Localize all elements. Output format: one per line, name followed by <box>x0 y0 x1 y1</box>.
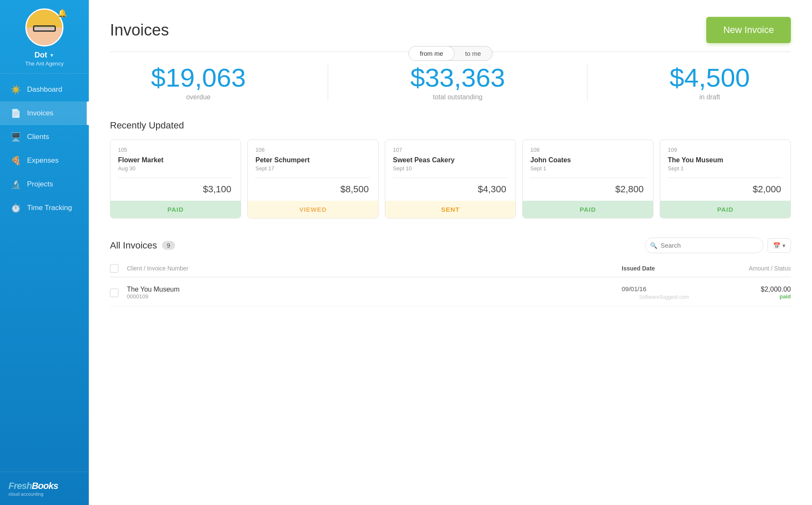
card-body-108: 108 John Coates Sept 1 $2,800 <box>523 140 653 201</box>
toggle-to-me[interactable]: to me <box>454 46 492 60</box>
sidebar-item-expenses[interactable]: 🍕 Expenses <box>0 149 89 172</box>
sidebar-nav: ☀️ Dashboard 📄 Invoices 🖥️ Clients 🍕 Exp… <box>0 78 89 472</box>
card-date-106: Sept 17 <box>255 165 370 172</box>
card-number-108: 108 <box>530 147 645 153</box>
card-status-109: PAID <box>660 201 790 218</box>
table-row[interactable]: The You Museum 0000109 09/01/16 Software… <box>110 279 791 306</box>
sidebar-item-label-projects: Projects <box>27 180 53 188</box>
search-icon: 🔍 <box>650 242 657 249</box>
card-number-106: 106 <box>255 147 370 153</box>
sidebar: 🔔 Dot ▼ The Ant Agency ☀️ Dashboard 📄 In… <box>0 0 89 505</box>
sidebar-item-label-invoices: Invoices <box>27 109 53 117</box>
row-checkbox-col <box>110 289 127 297</box>
row-date-col: 09/01/16 SoftwareSuggest.com <box>622 285 706 300</box>
dashboard-icon: ☀️ <box>10 85 21 95</box>
card-amount-109: $2,000 <box>668 184 783 195</box>
th-client-invoice: Client / Invoice Number <box>127 265 189 272</box>
projects-icon: 🔬 <box>10 179 21 189</box>
search-input-wrapper: 🔍 <box>645 237 763 253</box>
card-number-107: 107 <box>393 147 508 153</box>
stat-value-draft: $4,500 <box>669 65 750 91</box>
time-tracking-icon: ⏱️ <box>10 203 21 213</box>
main-header: Invoices New Invoice <box>110 17 791 43</box>
all-invoices-label: All Invoices <box>110 240 157 251</box>
card-status-107: SENT <box>385 201 516 218</box>
search-container: 🔍 📅 ▾ <box>645 237 791 253</box>
card-body-109: 109 The You Museum Sept 1 $2,000 <box>660 140 790 201</box>
card-date-108: Sept 1 <box>530 165 645 172</box>
bell-icon[interactable]: 🔔 <box>58 8 67 18</box>
toggle-section: from me to me <box>409 46 493 61</box>
invoice-card-105[interactable]: 105 Flower Market Aug 30 $3,100 PAID <box>110 139 241 218</box>
sidebar-item-projects[interactable]: 🔬 Projects <box>0 172 89 196</box>
col-client-header: Client / Invoice Number <box>127 265 622 272</box>
sidebar-top: 🔔 Dot ▼ The Ant Agency <box>0 0 89 74</box>
invoice-cards-row: 105 Flower Market Aug 30 $3,100 PAID 106… <box>110 139 791 218</box>
stat-label-overdue: overdue <box>151 93 246 101</box>
status-text: paid <box>706 293 791 300</box>
toggle-from-me[interactable]: from me <box>409 46 455 61</box>
avatar-face <box>27 8 62 46</box>
avatar-hair <box>27 8 62 27</box>
sidebar-item-dashboard[interactable]: ☀️ Dashboard <box>0 78 89 101</box>
card-amount-105: $3,100 <box>118 184 233 195</box>
invoice-card-107[interactable]: 107 Sweet Peas Cakery Sept 10 $4,300 SEN… <box>385 139 516 218</box>
client-name: The You Museum <box>127 286 622 293</box>
calendar-dropdown-arrow: ▾ <box>782 242 785 249</box>
issued-date: 09/01/16 <box>622 285 706 292</box>
all-invoices-title: All Invoices 9 <box>110 240 175 251</box>
stat-overdue: $19,063 overdue <box>151 65 246 101</box>
calendar-button[interactable]: 📅 ▾ <box>768 238 791 253</box>
card-date-107: Sept 10 <box>393 165 508 172</box>
card-client-107: Sweet Peas Cakery <box>393 156 508 164</box>
stat-value-total: $33,363 <box>410 65 505 91</box>
avatar-container: 🔔 <box>25 8 63 46</box>
calendar-icon: 📅 <box>773 242 780 249</box>
stat-value-overdue: $19,063 <box>151 65 246 91</box>
card-status-108: PAID <box>523 201 653 218</box>
toggle-pill: from me to me <box>409 46 493 61</box>
card-client-106: Peter Schumpert <box>255 156 370 164</box>
stat-total-outstanding: $33,363 total outstanding <box>410 65 505 101</box>
sidebar-item-label-dashboard: Dashboard <box>27 85 62 94</box>
stat-divider-2 <box>587 65 587 101</box>
stat-divider-1 <box>328 65 328 101</box>
card-body-107: 107 Sweet Peas Cakery Sept 10 $4,300 <box>385 140 516 201</box>
card-number-105: 105 <box>118 147 233 153</box>
sidebar-item-time-tracking[interactable]: ⏱️ Time Tracking <box>0 196 89 220</box>
card-number-109: 109 <box>668 147 783 153</box>
th-amount-status: Amount / Status <box>749 265 791 272</box>
row-checkbox[interactable] <box>110 289 118 297</box>
invoice-card-109[interactable]: 109 The You Museum Sept 1 $2,000 PAID <box>660 139 791 218</box>
main-content: Invoices New Invoice from me to me $19,0… <box>89 0 812 505</box>
invoice-card-108[interactable]: 108 John Coates Sept 1 $2,800 PAID <box>522 139 653 218</box>
freshbooks-brand: FreshBooks <box>8 480 80 491</box>
card-status-105: PAID <box>110 201 241 218</box>
card-date-105: Aug 30 <box>118 165 233 172</box>
freshbooks-sub: cloud accounting <box>8 491 80 497</box>
invoices-icon: 📄 <box>10 108 21 118</box>
stat-label-total: total outstanding <box>410 93 505 101</box>
stat-in-draft: $4,500 in draft <box>669 65 750 101</box>
sidebar-item-invoices[interactable]: 📄 Invoices <box>0 101 89 125</box>
avatar-glasses <box>33 25 56 32</box>
stat-label-draft: in draft <box>669 93 750 101</box>
sidebar-footer: FreshBooks cloud accounting <box>0 472 89 505</box>
sidebar-item-label-expenses: Expenses <box>27 156 59 165</box>
dropdown-arrow-icon[interactable]: ▼ <box>49 52 55 58</box>
new-invoice-button[interactable]: New Invoice <box>706 17 791 43</box>
card-body-106: 106 Peter Schumpert Sept 17 $8,500 <box>248 140 378 201</box>
sidebar-item-clients[interactable]: 🖥️ Clients <box>0 125 89 149</box>
select-all-checkbox[interactable] <box>110 264 118 273</box>
user-agency: The Ant Agency <box>25 60 63 67</box>
all-invoices-header: All Invoices 9 🔍 📅 ▾ <box>110 237 791 253</box>
search-input[interactable] <box>645 237 763 253</box>
col-checkbox-header <box>110 264 127 273</box>
sidebar-item-label-time-tracking: Time Tracking <box>27 204 72 212</box>
recently-updated-title: Recently Updated <box>110 120 791 131</box>
col-amount-header: Amount / Status <box>706 265 791 272</box>
card-client-109: The You Museum <box>668 156 783 164</box>
user-info-row: Dot ▼ <box>35 51 55 60</box>
invoice-count-badge: 9 <box>162 241 175 250</box>
invoice-card-106[interactable]: 106 Peter Schumpert Sept 17 $8,500 VIEWE… <box>247 139 379 218</box>
